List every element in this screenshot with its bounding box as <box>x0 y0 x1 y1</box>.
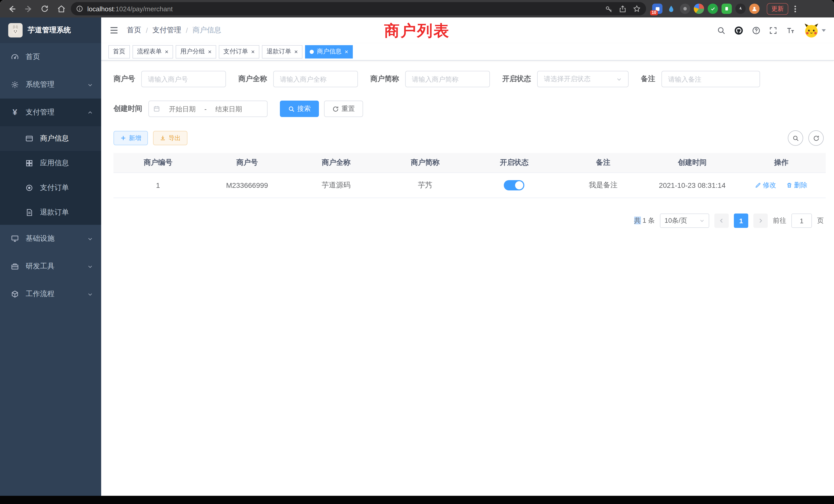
full-name-label: 商户全称 <box>238 74 267 84</box>
tab-refund-order[interactable]: 退款订单 × <box>262 45 303 58</box>
close-icon[interactable]: × <box>208 48 212 55</box>
fullscreen-icon[interactable] <box>769 26 777 35</box>
browser-menu-icon[interactable] <box>794 5 796 12</box>
page-size-select[interactable]: 10条/页 <box>660 213 709 228</box>
password-key-icon[interactable] <box>605 5 613 13</box>
gear-icon <box>10 81 20 89</box>
url-text[interactable]: localhost:1024/pay/merchant <box>87 5 601 13</box>
extension-avatar-icon[interactable] <box>694 4 704 14</box>
toggle-search-button[interactable] <box>788 130 803 146</box>
bookmark-star-icon[interactable] <box>633 5 641 13</box>
table-row: 1 M233666999 芋道源码 芋艿 我是备注 2021-10-23 08:… <box>113 173 826 198</box>
extensions-tray: 10 <box>652 4 760 14</box>
active-dot-icon <box>310 49 314 54</box>
plus-icon <box>120 135 126 141</box>
extension-puzzle-icon[interactable]: 10 <box>652 4 662 14</box>
tab-process-form[interactable]: 流程表单 × <box>132 45 173 58</box>
close-icon[interactable]: × <box>251 48 255 55</box>
status-toggle[interactable] <box>504 180 524 190</box>
sidebar-item-workflow[interactable]: 工作流程 <box>0 280 101 308</box>
share-icon[interactable] <box>619 5 627 13</box>
col-remark: 备注 <box>559 153 648 173</box>
screen: localhost:1024/pay/merchant 10 <box>0 0 834 504</box>
user-avatar[interactable] <box>804 23 826 38</box>
site-info-icon[interactable] <box>76 5 83 12</box>
sidebar-item-refund-order[interactable]: 退款订单 <box>0 200 101 225</box>
pikachu-avatar-icon <box>804 23 819 38</box>
breadcrumb-home[interactable]: 首页 <box>127 26 141 35</box>
sidebar-item-pay-management[interactable]: ¥ 支付管理 <box>0 98 101 126</box>
col-actions: 操作 <box>737 153 826 173</box>
font-size-icon[interactable] <box>786 26 795 35</box>
chevron-down-icon <box>87 236 93 242</box>
sidebar-item-pay-order[interactable]: 支付订单 <box>0 176 101 200</box>
breadcrumb-current: 商户信息 <box>193 26 221 35</box>
update-button[interactable]: 更新 <box>767 3 788 15</box>
sidebar-item-system[interactable]: 系统管理 <box>0 71 101 98</box>
add-button[interactable]: 新增 <box>113 131 148 145</box>
reset-button[interactable]: 重置 <box>324 100 363 117</box>
grid-icon <box>25 159 34 167</box>
search-button[interactable]: 搜索 <box>280 100 319 117</box>
close-icon[interactable]: × <box>294 48 298 55</box>
start-date-input[interactable] <box>162 105 202 113</box>
chevron-down-icon <box>87 82 93 88</box>
merchant-no-input[interactable] <box>141 71 226 87</box>
col-merchant-no: 商户号 <box>203 153 292 173</box>
short-name-input[interactable] <box>405 71 490 87</box>
end-date-input[interactable] <box>209 105 249 113</box>
cell-create-time: 2021-10-23 08:31:14 <box>648 173 737 198</box>
profile-avatar-icon[interactable] <box>749 4 760 14</box>
edit-button[interactable]: 修改 <box>755 181 776 190</box>
sidebar-item-infrastructure[interactable]: 基础设施 <box>0 225 101 253</box>
breadcrumb-pay[interactable]: 支付管理 <box>153 26 181 35</box>
create-time-range-picker[interactable]: - <box>148 100 267 117</box>
target-icon <box>25 184 34 192</box>
sidebar-item-merchant-info[interactable]: 商户信息 <box>0 126 101 151</box>
sidebar-item-app-info[interactable]: 应用信息 <box>0 151 101 176</box>
forward-button[interactable] <box>22 2 35 16</box>
tab-user-group[interactable]: 用户分组 × <box>176 45 216 58</box>
extension-green-circle-icon[interactable] <box>708 4 718 14</box>
goto-page-input[interactable] <box>791 213 812 228</box>
cell-remark: 我是备注 <box>559 173 648 198</box>
workflow-box-icon <box>10 290 20 298</box>
sidebar-item-dev-tools[interactable]: 研发工具 <box>0 253 101 280</box>
refresh-icon <box>813 135 819 141</box>
header-search-icon[interactable] <box>717 26 726 35</box>
page-number-1[interactable]: 1 <box>734 213 748 228</box>
logo-rabbit-icon <box>8 23 23 38</box>
close-icon[interactable]: × <box>165 48 169 55</box>
annotation-title: 商户列表 <box>384 21 450 42</box>
tab-merchant-info[interactable]: 商户信息 × <box>305 45 353 58</box>
remark-input[interactable] <box>661 71 760 87</box>
sidebar-toggle-button[interactable] <box>109 26 118 35</box>
refresh-table-button[interactable] <box>808 130 824 146</box>
delete-button[interactable]: 删除 <box>787 181 808 190</box>
next-page-button[interactable] <box>753 213 768 228</box>
extension-dark-circle-icon[interactable] <box>680 4 690 14</box>
help-icon[interactable] <box>752 26 761 35</box>
home-button[interactable] <box>54 2 68 16</box>
tab-home[interactable]: 首页 <box>108 45 130 58</box>
cell-merchant-id: 1 <box>113 173 203 198</box>
back-button[interactable] <box>5 2 19 16</box>
merchant-card-icon <box>25 135 34 143</box>
reload-button[interactable] <box>38 2 51 16</box>
sidebar-item-home[interactable]: 首页 <box>0 43 101 71</box>
tab-pay-order[interactable]: 支付订单 × <box>219 45 259 58</box>
full-name-input[interactable] <box>273 71 358 87</box>
sidebar: 芋道管理系统 首页 系统管理 ¥ 支付管理 <box>0 18 101 496</box>
chevron-down-icon <box>87 264 93 269</box>
url-bar[interactable]: localhost:1024/pay/merchant <box>71 2 646 16</box>
extension-drop-icon[interactable] <box>666 4 676 14</box>
app-logo[interactable]: 芋道管理系统 <box>0 18 101 43</box>
extension-pin-icon[interactable] <box>736 4 746 14</box>
github-icon[interactable] <box>734 25 744 35</box>
goto-label: 前往 <box>773 216 786 225</box>
status-select[interactable]: 请选择开启状态 <box>537 71 629 87</box>
prev-page-button[interactable] <box>714 213 729 228</box>
extension-notes-icon[interactable] <box>722 4 732 14</box>
close-icon[interactable]: × <box>345 48 348 55</box>
export-button[interactable]: 导出 <box>153 131 188 145</box>
